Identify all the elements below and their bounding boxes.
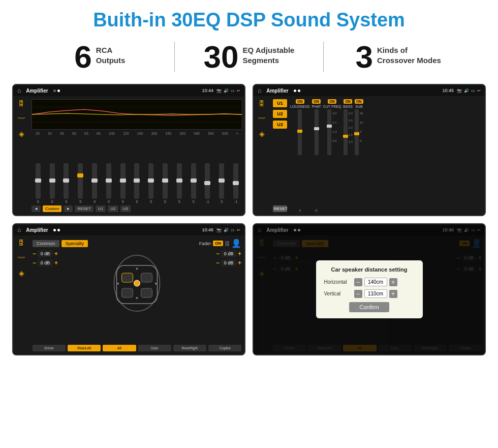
svg-rect-8 xyxy=(122,288,133,297)
phat-on-btn[interactable]: ON xyxy=(312,99,321,104)
fader-common-tab[interactable]: Common xyxy=(33,240,59,247)
db1-plus-btn[interactable]: + xyxy=(54,250,58,257)
slider-7: 0 xyxy=(134,163,139,203)
stat-crossover: 3 Kinds ofCrossover Modes xyxy=(329,41,468,73)
eq-u1-button[interactable]: U1 xyxy=(96,205,106,212)
fader-eq-icon[interactable]: 🎛 xyxy=(18,238,25,247)
screens-grid: ⌂ Amplifier 10:44 📷 🔊 ▭ ↩ 🎛 〰 ◈ xyxy=(0,82,498,361)
db4-minus-btn[interactable]: − xyxy=(216,259,220,266)
slider-0: 0 xyxy=(36,163,41,203)
stat-rca: 6 RCAOutputs xyxy=(30,41,169,73)
rearleft-btn[interactable]: RearLeft xyxy=(68,345,101,351)
crossover-u3-btn[interactable]: U3 xyxy=(273,121,287,129)
dot-4 xyxy=(298,89,300,92)
db3-value: 0 dB xyxy=(221,250,236,257)
divider-2 xyxy=(323,42,324,72)
crossover-window-icon: ▭ xyxy=(471,88,475,93)
fader-back-icon[interactable]: ↩ xyxy=(237,228,240,232)
all-btn[interactable]: All xyxy=(103,345,136,351)
fader-on-badge[interactable]: ON xyxy=(213,241,223,246)
stat-number-rca: 6 xyxy=(74,41,91,73)
user-btn[interactable]: User xyxy=(138,345,171,351)
page-title: Buith-in 30EQ DSP Sound System xyxy=(0,0,498,36)
fader-label-text: Fader xyxy=(199,241,211,246)
confirm-button[interactable]: Confirm xyxy=(349,302,389,312)
fader-specialty-tab[interactable]: Specialty xyxy=(61,240,88,247)
window-icon: ▭ xyxy=(231,88,235,93)
horizontal-plus-btn[interactable]: + xyxy=(389,278,397,286)
rearright-btn[interactable]: RearRight xyxy=(173,345,206,351)
fader-status-icons: 📷 🔊 ▭ ↩ xyxy=(216,228,240,232)
dot-6 xyxy=(57,229,60,231)
fader-camera-icon: 📷 xyxy=(216,228,222,232)
channel-loudness: ON LOUDNESS 0 xyxy=(290,99,310,212)
fader-screen-card: ⌂ Amplifier 10:46 📷 🔊 ▭ ↩ 🎛 〰 ◈ C xyxy=(12,223,245,355)
loudness-on-btn[interactable]: ON xyxy=(296,99,304,104)
eq-next-button[interactable]: ► xyxy=(64,205,73,212)
fader-speaker-icon[interactable]: ◈ xyxy=(19,269,24,277)
home-icon[interactable]: ⌂ xyxy=(17,87,21,94)
channel-cutfreq: ON CUT FREQ 3.02.11.30.5 xyxy=(323,99,341,212)
speaker-icon[interactable]: ◈ xyxy=(19,130,24,138)
fader-time: 10:46 xyxy=(202,227,213,232)
fader-user-icon: 👤 xyxy=(231,238,241,248)
eq-prev-button[interactable]: ◄ xyxy=(32,205,41,212)
stat-label-crossover: Kinds ofCrossover Modes xyxy=(377,41,441,65)
sub-on-btn[interactable]: ON xyxy=(355,99,363,104)
fader-left-controls: − 0 dB + − 0 dB + xyxy=(33,250,58,341)
back-icon[interactable]: ↩ xyxy=(237,88,240,93)
copilot-btn[interactable]: Copilot xyxy=(208,345,241,351)
slider-4: 0 xyxy=(92,163,97,203)
svg-rect-7 xyxy=(141,273,152,282)
fader-home-icon[interactable]: ⌂ xyxy=(17,226,21,233)
eq-screen-card: ⌂ Amplifier 10:44 📷 🔊 ▭ ↩ 🎛 〰 ◈ xyxy=(12,84,245,216)
fader-wave-icon[interactable]: 〰 xyxy=(18,254,25,262)
svg-text:►: ► xyxy=(154,281,159,286)
waveform-icon[interactable]: 〰 xyxy=(18,114,25,123)
bass-on-btn[interactable]: ON xyxy=(344,99,352,104)
stat-label-rca: RCAOutputs xyxy=(96,41,126,65)
db3-plus-btn[interactable]: + xyxy=(238,250,241,257)
vertical-minus-btn[interactable]: − xyxy=(354,290,362,298)
crossover-eq-icon[interactable]: 🎛 xyxy=(258,99,265,107)
vertical-plus-btn[interactable]: + xyxy=(389,290,397,298)
slider-11: 0 xyxy=(191,163,196,203)
fader-side-icons: 🎛 〰 ◈ xyxy=(13,235,29,354)
equalizer-icon[interactable]: 🎛 xyxy=(18,99,25,107)
db2-minus-btn[interactable]: − xyxy=(33,259,36,266)
stat-number-crossover: 3 xyxy=(356,41,373,73)
eq-reset-button[interactable]: RESET xyxy=(75,205,94,212)
fader-right-controls: − 0 dB + − 0 dB + xyxy=(216,250,241,341)
dialog-title: Car speaker distance setting xyxy=(324,266,415,273)
fader-main-area: Common Specialty Fader ON ||| 👤 − 0 dB xyxy=(29,235,244,354)
crossover-camera-icon: 📷 xyxy=(457,88,462,93)
db-row-1: − 0 dB + xyxy=(33,250,58,257)
crossover-back-icon[interactable]: ↩ xyxy=(477,88,481,93)
db3-minus-btn[interactable]: − xyxy=(216,250,220,257)
fader-screen-title: Amplifier xyxy=(26,227,48,233)
fader-center-area: − 0 dB + − 0 dB + xyxy=(33,250,241,341)
eq-custom-button[interactable]: Custom xyxy=(43,205,62,212)
horizontal-minus-btn[interactable]: − xyxy=(354,278,362,286)
eq-u3-button[interactable]: U3 xyxy=(120,205,131,212)
eq-side-icons: 🎛 〰 ◈ xyxy=(13,96,29,215)
crossover-reset-btn[interactable]: RESET xyxy=(273,205,287,212)
crossover-presets: U1 U2 U3 RESET xyxy=(273,99,287,212)
crossover-wave-icon[interactable]: 〰 xyxy=(258,114,265,123)
db1-minus-btn[interactable]: − xyxy=(33,250,36,257)
svg-text:◄: ◄ xyxy=(116,281,120,286)
db2-plus-btn[interactable]: + xyxy=(54,259,58,266)
horizontal-label: Horizontal xyxy=(324,279,352,285)
crossover-speaker-icon[interactable]: ◈ xyxy=(259,130,265,138)
slider-9: 0 xyxy=(163,163,168,203)
cutfreq-on-btn[interactable]: ON xyxy=(328,99,336,104)
crossover-u1-btn[interactable]: U1 xyxy=(273,99,287,107)
crossover-u2-btn[interactable]: U2 xyxy=(273,110,287,118)
eq-u2-button[interactable]: U2 xyxy=(108,205,118,212)
driver-btn[interactable]: Driver xyxy=(33,345,66,351)
crossover-home-icon[interactable]: ⌂ xyxy=(258,87,261,94)
stat-eq: 30 EQ AdjustableSegments xyxy=(180,41,319,73)
db4-plus-btn[interactable]: + xyxy=(238,259,241,266)
fader-slider-indicator: ||| xyxy=(225,241,229,246)
slider-14: -1 xyxy=(233,163,238,203)
